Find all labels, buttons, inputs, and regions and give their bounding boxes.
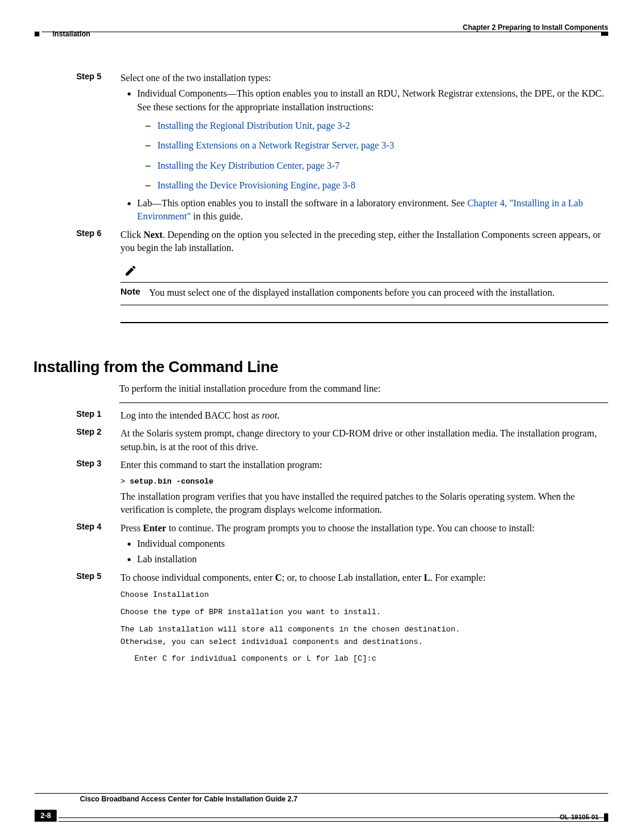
- note-block: Note You must select one of the displaye…: [120, 264, 608, 305]
- step-body: Select one of the two installation types…: [120, 72, 608, 226]
- xref-link[interactable]: Installing the Regional Distribution Uni…: [157, 120, 350, 131]
- step-text: Log into the intended BACC host as root.: [120, 409, 608, 422]
- step-b2: Step 2 At the Solaris system prompt, cha…: [76, 427, 608, 456]
- bullet-list: Individual components Lab installation: [120, 537, 608, 566]
- xref-item: Installing the Regional Distribution Uni…: [157, 117, 608, 134]
- page-content: Step 5 Select one of the two installatio…: [76, 72, 608, 671]
- step-label: Step 3: [76, 459, 120, 519]
- step-label: Step 6: [76, 228, 120, 328]
- console-output: Choose the type of BPR installation you …: [120, 606, 608, 619]
- page-number: 2-8: [35, 810, 57, 822]
- header-rule: [42, 32, 601, 32]
- xref-link[interactable]: Installing the Key Distribution Center, …: [157, 160, 340, 171]
- document-page: Chapter 2 Preparing to Install Component…: [0, 0, 644, 833]
- xref-item: Installing Extensions on a Network Regis…: [157, 137, 608, 153]
- document-id: OL-19105-01: [560, 813, 599, 820]
- step-text: The installation program verifies that y…: [120, 490, 608, 517]
- step-b4: Step 4 Press Enter to continue. The prog…: [76, 522, 608, 569]
- step-body: Log into the intended BACC host as root.: [120, 409, 608, 425]
- bullet-text: Lab—This option enables you to install t…: [137, 198, 467, 208]
- pencil-icon: [124, 264, 608, 281]
- bullet-individual: Individual Components—This option enable…: [137, 87, 608, 193]
- bullet-text: in this guide.: [191, 211, 243, 221]
- footer-title: Cisco Broadband Access Center for Cable …: [80, 795, 298, 803]
- heavy-rule: [120, 322, 608, 323]
- step-label: Step 1: [76, 409, 120, 425]
- step-b5: Step 5 To choose individual components, …: [76, 571, 608, 669]
- xref-item: Installing the Device Provisioning Engin…: [157, 177, 608, 193]
- console-output: The Lab installation will store all comp…: [120, 624, 608, 636]
- bullet-list: Individual Components—This option enable…: [120, 87, 608, 223]
- step-6: Step 6 Click Next. Depending on the opti…: [76, 228, 608, 328]
- step-body: Click Next. Depending on the option you …: [120, 228, 608, 328]
- list-item: Individual components: [137, 537, 608, 550]
- footer-bar: [58, 817, 608, 822]
- thin-rule: [119, 402, 608, 403]
- header-left-mark: [35, 32, 39, 36]
- xref-item: Installing the Key Distribution Center, …: [157, 157, 608, 174]
- step-label: Step 4: [76, 522, 120, 569]
- rule: [120, 282, 608, 283]
- rule: [120, 305, 608, 305]
- step-text: Select one of the two installation types…: [120, 72, 608, 85]
- step-body: Press Enter to continue. The program pro…: [120, 522, 608, 569]
- header-right-mark: [601, 32, 608, 36]
- header-chapter: Chapter 2 Preparing to Install Component…: [463, 23, 608, 32]
- step-text: At the Solaris system prompt, change dir…: [120, 427, 608, 454]
- list-item: Lab installation: [137, 553, 608, 566]
- step-label: Step 5: [76, 571, 120, 669]
- command-line: > setup.bin -console: [120, 474, 608, 487]
- note-label: Note: [120, 286, 149, 299]
- section-heading-wrap: Installing from the Command Line: [33, 358, 608, 376]
- doc-id-mark: [604, 813, 608, 822]
- console-output: Otherwise, you can select individual com…: [120, 636, 608, 649]
- step-body: At the Solaris system prompt, change dir…: [120, 427, 608, 456]
- header-section: Installation: [52, 30, 90, 38]
- xref-link[interactable]: Installing the Device Provisioning Engin…: [157, 180, 355, 190]
- footer-rule: [35, 793, 608, 794]
- step-label: Step 5: [76, 72, 120, 226]
- note-text: You must select one of the displayed ins…: [149, 286, 608, 299]
- section-heading: Installing from the Command Line: [33, 358, 608, 376]
- step-text: Enter this command to start the installa…: [120, 459, 608, 472]
- dash-list: Installing the Regional Distribution Uni…: [137, 117, 608, 193]
- bullet-text: Individual Components—This option enable…: [137, 88, 604, 112]
- step-body: Enter this command to start the installa…: [120, 459, 608, 519]
- step-5: Step 5 Select one of the two installatio…: [76, 72, 608, 226]
- step-body: To choose individual components, enter C…: [120, 571, 608, 669]
- xref-link[interactable]: Installing Extensions on a Network Regis…: [157, 140, 394, 150]
- step-label: Step 2: [76, 427, 120, 456]
- step-b3: Step 3 Enter this command to start the i…: [76, 459, 608, 519]
- console-output: Enter C for individual components or L f…: [120, 653, 608, 665]
- bullet-lab: Lab—This option enables you to install t…: [137, 197, 608, 224]
- step-text: Press Enter to continue. The program pro…: [120, 522, 608, 535]
- step-text: Click Next. Depending on the option you …: [120, 228, 608, 255]
- note-row: Note You must select one of the displaye…: [120, 286, 608, 299]
- step-b1: Step 1 Log into the intended BACC host a…: [76, 409, 608, 425]
- section-intro: To perform the initial installation proc…: [119, 383, 608, 394]
- console-output: Choose Installation: [120, 589, 608, 602]
- step-text: To choose individual components, enter C…: [120, 571, 608, 584]
